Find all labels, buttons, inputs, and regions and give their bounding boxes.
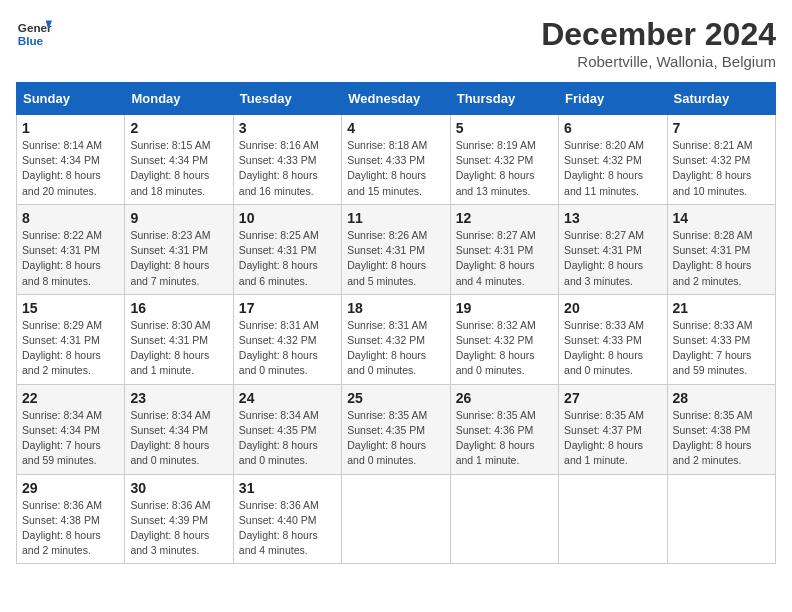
calendar-cell: 23Sunrise: 8:34 AM Sunset: 4:34 PM Dayli… [125,384,233,474]
calendar-cell: 16Sunrise: 8:30 AM Sunset: 4:31 PM Dayli… [125,294,233,384]
day-number: 6 [564,120,661,136]
day-detail: Sunrise: 8:34 AM Sunset: 4:34 PM Dayligh… [22,409,102,467]
header-row: SundayMondayTuesdayWednesdayThursdayFrid… [17,83,776,115]
day-detail: Sunrise: 8:31 AM Sunset: 4:32 PM Dayligh… [239,319,319,377]
calendar-cell: 19Sunrise: 8:32 AM Sunset: 4:32 PM Dayli… [450,294,558,384]
day-detail: Sunrise: 8:26 AM Sunset: 4:31 PM Dayligh… [347,229,427,287]
calendar-cell: 14Sunrise: 8:28 AM Sunset: 4:31 PM Dayli… [667,204,775,294]
calendar-cell: 29Sunrise: 8:36 AM Sunset: 4:38 PM Dayli… [17,474,125,564]
subtitle: Robertville, Wallonia, Belgium [541,53,776,70]
day-number: 16 [130,300,227,316]
day-detail: Sunrise: 8:36 AM Sunset: 4:39 PM Dayligh… [130,499,210,557]
day-number: 8 [22,210,119,226]
calendar-cell: 31Sunrise: 8:36 AM Sunset: 4:40 PM Dayli… [233,474,341,564]
day-detail: Sunrise: 8:22 AM Sunset: 4:31 PM Dayligh… [22,229,102,287]
calendar-cell: 7Sunrise: 8:21 AM Sunset: 4:32 PM Daylig… [667,115,775,205]
header: General Blue December 2024 Robertville, … [16,16,776,70]
day-detail: Sunrise: 8:34 AM Sunset: 4:34 PM Dayligh… [130,409,210,467]
day-number: 24 [239,390,336,406]
day-number: 19 [456,300,553,316]
calendar-cell: 6Sunrise: 8:20 AM Sunset: 4:32 PM Daylig… [559,115,667,205]
day-detail: Sunrise: 8:31 AM Sunset: 4:32 PM Dayligh… [347,319,427,377]
day-number: 28 [673,390,770,406]
calendar-cell: 20Sunrise: 8:33 AM Sunset: 4:33 PM Dayli… [559,294,667,384]
day-detail: Sunrise: 8:21 AM Sunset: 4:32 PM Dayligh… [673,139,753,197]
day-number: 17 [239,300,336,316]
day-number: 10 [239,210,336,226]
day-detail: Sunrise: 8:18 AM Sunset: 4:33 PM Dayligh… [347,139,427,197]
calendar-cell: 1Sunrise: 8:14 AM Sunset: 4:34 PM Daylig… [17,115,125,205]
day-detail: Sunrise: 8:27 AM Sunset: 4:31 PM Dayligh… [564,229,644,287]
day-detail: Sunrise: 8:16 AM Sunset: 4:33 PM Dayligh… [239,139,319,197]
calendar-week-3: 15Sunrise: 8:29 AM Sunset: 4:31 PM Dayli… [17,294,776,384]
day-header-monday: Monday [125,83,233,115]
day-detail: Sunrise: 8:36 AM Sunset: 4:38 PM Dayligh… [22,499,102,557]
day-number: 14 [673,210,770,226]
calendar-cell: 15Sunrise: 8:29 AM Sunset: 4:31 PM Dayli… [17,294,125,384]
calendar-cell: 22Sunrise: 8:34 AM Sunset: 4:34 PM Dayli… [17,384,125,474]
day-number: 9 [130,210,227,226]
calendar-cell: 11Sunrise: 8:26 AM Sunset: 4:31 PM Dayli… [342,204,450,294]
day-number: 23 [130,390,227,406]
day-header-friday: Friday [559,83,667,115]
day-number: 31 [239,480,336,496]
day-number: 22 [22,390,119,406]
logo-icon: General Blue [16,16,52,52]
day-detail: Sunrise: 8:27 AM Sunset: 4:31 PM Dayligh… [456,229,536,287]
day-detail: Sunrise: 8:30 AM Sunset: 4:31 PM Dayligh… [130,319,210,377]
day-detail: Sunrise: 8:23 AM Sunset: 4:31 PM Dayligh… [130,229,210,287]
day-detail: Sunrise: 8:15 AM Sunset: 4:34 PM Dayligh… [130,139,210,197]
day-number: 30 [130,480,227,496]
calendar-cell: 10Sunrise: 8:25 AM Sunset: 4:31 PM Dayli… [233,204,341,294]
day-header-wednesday: Wednesday [342,83,450,115]
day-number: 15 [22,300,119,316]
day-detail: Sunrise: 8:20 AM Sunset: 4:32 PM Dayligh… [564,139,644,197]
day-number: 2 [130,120,227,136]
calendar-cell: 12Sunrise: 8:27 AM Sunset: 4:31 PM Dayli… [450,204,558,294]
title-area: December 2024 Robertville, Wallonia, Bel… [541,16,776,70]
day-detail: Sunrise: 8:36 AM Sunset: 4:40 PM Dayligh… [239,499,319,557]
calendar-cell: 5Sunrise: 8:19 AM Sunset: 4:32 PM Daylig… [450,115,558,205]
calendar-cell [450,474,558,564]
day-number: 5 [456,120,553,136]
calendar-cell: 13Sunrise: 8:27 AM Sunset: 4:31 PM Dayli… [559,204,667,294]
calendar-cell: 28Sunrise: 8:35 AM Sunset: 4:38 PM Dayli… [667,384,775,474]
day-number: 21 [673,300,770,316]
calendar-table: SundayMondayTuesdayWednesdayThursdayFrid… [16,82,776,564]
day-header-tuesday: Tuesday [233,83,341,115]
day-header-saturday: Saturday [667,83,775,115]
calendar-week-2: 8Sunrise: 8:22 AM Sunset: 4:31 PM Daylig… [17,204,776,294]
day-number: 26 [456,390,553,406]
day-detail: Sunrise: 8:14 AM Sunset: 4:34 PM Dayligh… [22,139,102,197]
calendar-cell: 17Sunrise: 8:31 AM Sunset: 4:32 PM Dayli… [233,294,341,384]
day-detail: Sunrise: 8:35 AM Sunset: 4:36 PM Dayligh… [456,409,536,467]
calendar-cell: 25Sunrise: 8:35 AM Sunset: 4:35 PM Dayli… [342,384,450,474]
day-number: 12 [456,210,553,226]
calendar-cell: 30Sunrise: 8:36 AM Sunset: 4:39 PM Dayli… [125,474,233,564]
day-number: 25 [347,390,444,406]
day-detail: Sunrise: 8:35 AM Sunset: 4:38 PM Dayligh… [673,409,753,467]
day-detail: Sunrise: 8:33 AM Sunset: 4:33 PM Dayligh… [673,319,753,377]
calendar-cell: 8Sunrise: 8:22 AM Sunset: 4:31 PM Daylig… [17,204,125,294]
calendar-cell [342,474,450,564]
day-number: 1 [22,120,119,136]
day-number: 3 [239,120,336,136]
day-detail: Sunrise: 8:28 AM Sunset: 4:31 PM Dayligh… [673,229,753,287]
day-number: 4 [347,120,444,136]
calendar-cell: 3Sunrise: 8:16 AM Sunset: 4:33 PM Daylig… [233,115,341,205]
day-detail: Sunrise: 8:34 AM Sunset: 4:35 PM Dayligh… [239,409,319,467]
day-number: 13 [564,210,661,226]
calendar-week-4: 22Sunrise: 8:34 AM Sunset: 4:34 PM Dayli… [17,384,776,474]
calendar-cell [559,474,667,564]
calendar-cell: 24Sunrise: 8:34 AM Sunset: 4:35 PM Dayli… [233,384,341,474]
svg-text:Blue: Blue [18,34,44,47]
day-number: 20 [564,300,661,316]
day-header-sunday: Sunday [17,83,125,115]
day-detail: Sunrise: 8:33 AM Sunset: 4:33 PM Dayligh… [564,319,644,377]
calendar-week-1: 1Sunrise: 8:14 AM Sunset: 4:34 PM Daylig… [17,115,776,205]
calendar-cell: 18Sunrise: 8:31 AM Sunset: 4:32 PM Dayli… [342,294,450,384]
calendar-cell: 2Sunrise: 8:15 AM Sunset: 4:34 PM Daylig… [125,115,233,205]
day-detail: Sunrise: 8:35 AM Sunset: 4:35 PM Dayligh… [347,409,427,467]
day-number: 18 [347,300,444,316]
day-number: 27 [564,390,661,406]
